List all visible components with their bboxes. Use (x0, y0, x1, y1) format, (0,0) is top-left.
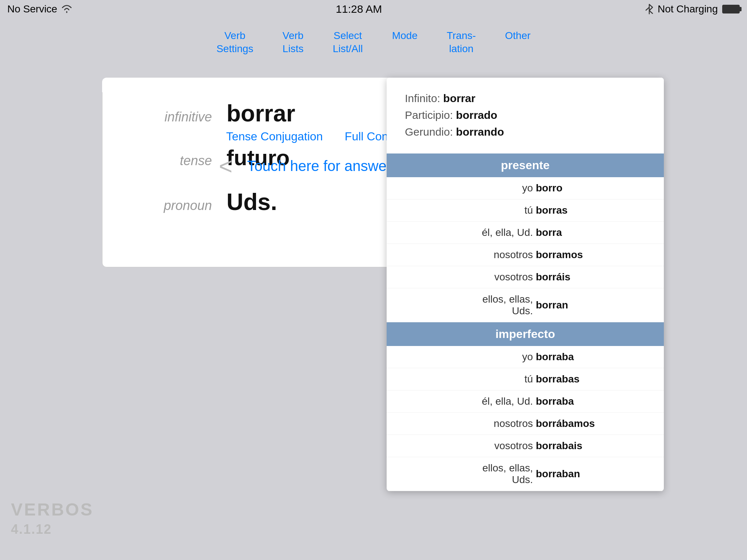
conj-row: él, ella, Ud. borraba (387, 390, 664, 413)
conj-row: nosotros borramos (387, 244, 664, 266)
participio-value: borrado (456, 109, 497, 121)
wifi-icon (61, 4, 73, 14)
gerundio-row: Gerundio: borrando (405, 126, 646, 138)
no-service-text: No Service (7, 3, 57, 15)
infinitive-value: borrar (227, 100, 295, 127)
tense-label: tense (132, 153, 212, 168)
infinito-value: borrar (443, 92, 475, 104)
conj-row: nosotros borrábamos (387, 413, 664, 435)
main-content: Using All Verbs infinitive borrar tense … (102, 78, 645, 267)
conjugation-info: Infinito: borrar Participio: borrado Ger… (387, 78, 664, 153)
infinitive-row: infinitive borrar (132, 100, 364, 127)
nav-mode[interactable]: Mode (378, 26, 432, 59)
conj-row: ellos, ellas, Uds. borran (387, 288, 664, 322)
verbos-watermark: VERBOS 4.1.12 (11, 498, 94, 538)
bluetooth-icon (645, 4, 653, 15)
presente-header: presente (387, 153, 664, 177)
conj-row: tú borrabas (387, 368, 664, 390)
status-right: Not Charging (645, 3, 740, 15)
status-bar: No Service 11:28 AM Not Charging (0, 0, 747, 18)
conj-row: vosotros borrabais (387, 435, 664, 457)
conj-row: vosotros borráis (387, 266, 664, 288)
conj-row: yo borro (387, 177, 664, 199)
nav-bar: Verb Settings Verb Lists Select List/All… (0, 18, 747, 63)
status-left: No Service (7, 3, 73, 15)
battery-icon (722, 5, 740, 13)
pronoun-row: pronoun Uds. (132, 188, 364, 215)
infinito-label: Infinito: (405, 92, 440, 104)
nav-select-list[interactable]: Select List/All (318, 26, 377, 59)
conj-row: yo borraba (387, 346, 664, 368)
conj-row: él, ella, Ud. borra (387, 222, 664, 244)
conjugation-panel: Infinito: borrar Participio: borrado Ger… (387, 78, 664, 491)
infinito-row: Infinito: borrar (405, 92, 646, 105)
participio-row: Participio: borrado (405, 109, 646, 121)
participio-label: Participio: (405, 109, 453, 121)
gerundio-label: Gerundio: (405, 126, 453, 138)
touch-here-button[interactable]: Touch here for answer (247, 158, 391, 174)
nav-other[interactable]: Other (491, 26, 545, 59)
conj-row: tú borras (387, 199, 664, 222)
not-charging-text: Not Charging (658, 3, 718, 15)
nav-translation[interactable]: Trans- lation (432, 26, 491, 59)
imperfecto-header: imperfecto (387, 322, 664, 346)
nav-verb-settings[interactable]: Verb Settings (202, 26, 268, 59)
status-time: 11:28 AM (336, 3, 382, 15)
tense-conjugation-button[interactable]: Tense Conjugation (226, 130, 323, 143)
nav-verb-lists[interactable]: Verb Lists (268, 26, 318, 59)
infinitive-label: infinitive (132, 109, 212, 125)
pronoun-value: Uds. (227, 188, 277, 215)
pronoun-label: pronoun (132, 198, 212, 213)
back-button[interactable]: < (219, 153, 232, 180)
gerundio-value: borrando (456, 126, 504, 138)
conj-row: ellos, ellas, Uds. borraban (387, 457, 664, 491)
